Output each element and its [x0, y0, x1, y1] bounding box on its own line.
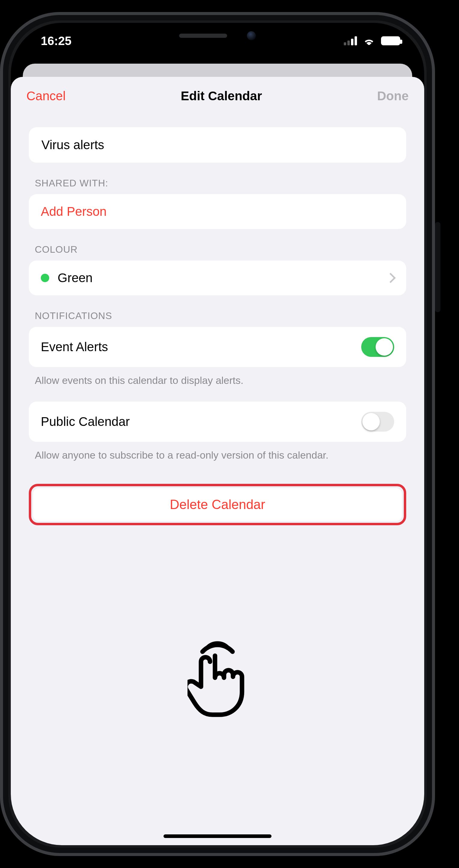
event-alerts-footer: Allow events on this calendar to display… [29, 367, 406, 388]
chevron-right-icon [386, 273, 396, 283]
add-person-button[interactable]: Add Person [29, 194, 406, 229]
speaker-grille [179, 34, 227, 38]
event-alerts-toggle[interactable] [361, 337, 394, 357]
screen: 16:25 Cancel Edit Calendar Done [11, 23, 424, 845]
public-calendar-row[interactable]: Public Calendar [29, 402, 406, 442]
cellular-signal-icon [344, 36, 357, 45]
page-title: Edit Calendar [181, 89, 262, 103]
shared-with-header: SHARED WITH: [29, 163, 406, 194]
public-calendar-toggle[interactable] [361, 412, 394, 432]
colour-swatch-icon [41, 274, 49, 282]
colour-header: COLOUR [29, 229, 406, 260]
battery-icon [381, 36, 400, 45]
event-alerts-label: Event Alerts [41, 340, 108, 354]
event-alerts-row[interactable]: Event Alerts [29, 327, 406, 367]
public-calendar-label: Public Calendar [41, 414, 130, 429]
delete-highlight: Delete Calendar [29, 484, 406, 525]
calendar-name-field[interactable] [29, 127, 406, 163]
status-time: 16:25 [41, 34, 71, 48]
delete-calendar-button[interactable]: Delete Calendar [33, 488, 402, 521]
home-indicator [164, 834, 271, 838]
iphone-frame: 16:25 Cancel Edit Calendar Done [0, 12, 435, 856]
wifi-icon [362, 36, 375, 45]
colour-value: Green [58, 271, 93, 285]
edit-calendar-sheet: Cancel Edit Calendar Done SHARED WITH: A… [11, 77, 424, 845]
cancel-button[interactable]: Cancel [26, 89, 66, 103]
calendar-name-input[interactable] [41, 137, 394, 152]
colour-row[interactable]: Green [29, 260, 406, 295]
done-button[interactable]: Done [377, 89, 408, 103]
notch [133, 23, 301, 49]
public-calendar-footer: Allow anyone to subscribe to a read-only… [29, 442, 406, 463]
notifications-header: NOTIFICATIONS [29, 295, 406, 327]
nav-bar: Cancel Edit Calendar Done [11, 77, 424, 109]
side-button [435, 222, 440, 312]
front-camera [247, 31, 256, 40]
